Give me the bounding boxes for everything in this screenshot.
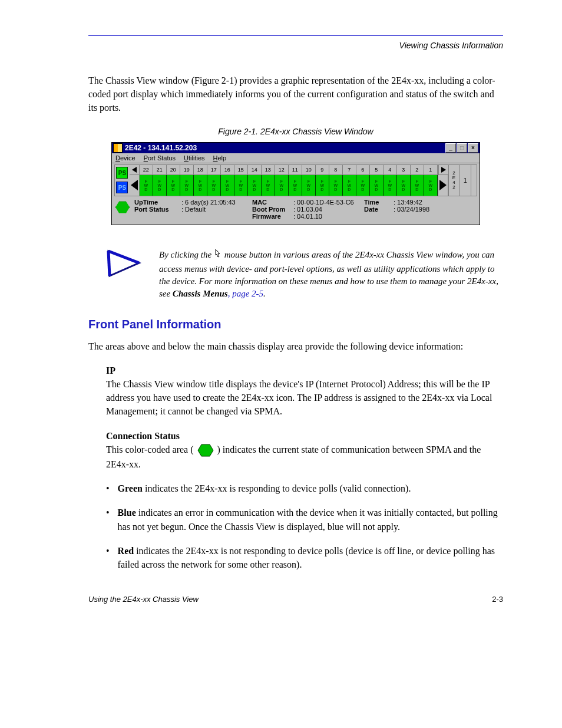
connection-status-hex-icon — [115, 201, 130, 214]
port-cell[interactable]: F W D — [153, 175, 167, 196]
bullet-item: •Green indicates the 2E4x-xx is respondi… — [106, 482, 503, 495]
chassis-view-window: 2E42 - 134.141.52.203 _ □ × Device Port … — [111, 142, 480, 225]
app-icon — [113, 143, 123, 153]
menu-port-status[interactable]: Port Status — [144, 154, 176, 162]
portstatus-label: Port Status — [134, 206, 181, 213]
port-number: 1 — [424, 165, 438, 174]
port-number: 15 — [234, 165, 248, 174]
port-cell[interactable]: F W D — [329, 175, 343, 196]
minimize-button[interactable]: _ — [445, 143, 456, 153]
mac-label: MAC — [252, 199, 293, 206]
port-number: 22 — [140, 165, 153, 174]
port-number: 13 — [262, 165, 275, 174]
client-area: PS PS 2221201918171615141312111098765432… — [112, 163, 480, 225]
bootprom-label: Boot Prom — [252, 206, 293, 213]
ports-area: 22212019181716151413121110987654321 F W … — [130, 165, 448, 196]
note-icon — [106, 249, 141, 278]
bullet-lead: Blue — [118, 508, 136, 518]
port-number: 5 — [370, 165, 384, 174]
section-heading: Front Panel Information — [88, 318, 503, 331]
bullet-lead: Green — [118, 483, 143, 493]
note-text: By clicking the mouse button in various … — [159, 249, 503, 300]
scroll-left-big[interactable] — [130, 175, 140, 196]
port-number: 6 — [356, 165, 370, 174]
note-link[interactable]: Chassis Menus — [173, 289, 228, 298]
port-cell[interactable]: F W D — [316, 175, 329, 196]
bullet-item: •Blue indicates an error in communicatio… — [106, 506, 503, 533]
bullet-lead: Red — [118, 546, 134, 556]
bullet-dot: • — [106, 482, 110, 495]
power-supply-1[interactable]: PS — [116, 167, 128, 179]
ip-label: IP — [106, 365, 115, 375]
svg-marker-1 — [198, 444, 213, 456]
figure-caption: Figure 2-1. 2E4x-xx Chassis View Window — [88, 127, 503, 136]
port-number: 7 — [343, 165, 356, 174]
power-supply-2[interactable]: PS — [116, 182, 128, 193]
menu-device[interactable]: Device — [115, 154, 135, 162]
port-number: 20 — [167, 165, 180, 174]
intro-paragraph: The Chassis View window (Figure 2-1) pro… — [88, 74, 503, 115]
bullet-item: •Red indicates the 2E4x-xx is not respon… — [106, 544, 503, 571]
port-cell[interactable]: F W D — [424, 175, 438, 196]
note-page-ref[interactable]: , page 2-5 — [228, 289, 263, 298]
menubar: Device Port Status Utilities Help — [112, 153, 480, 163]
port-number: 18 — [194, 165, 207, 174]
port-cell[interactable]: F W D — [194, 175, 207, 196]
bullet-body: indicates the 2E4x-xx is responding to d… — [143, 483, 411, 493]
conn-block: Connection Status This color-coded area … — [106, 429, 503, 472]
close-button[interactable]: × — [468, 143, 478, 153]
bootprom-value: : 01.03.04 — [293, 206, 364, 213]
port-number: 3 — [397, 165, 411, 174]
port-cell[interactable]: F W D — [356, 175, 370, 196]
mouse-cursor-icon — [214, 249, 222, 263]
scroll-left-small[interactable] — [130, 165, 140, 174]
port-number: 11 — [289, 165, 302, 174]
time-value: : 13:49:42 — [394, 199, 474, 206]
bullet-body: indicates an error in communication with… — [118, 508, 498, 531]
ip-block: IP The Chassis View window title display… — [106, 364, 503, 419]
port-cell[interactable]: F W D — [343, 175, 356, 196]
port-cell[interactable]: F W D — [384, 175, 397, 196]
uptime-label: UpTime — [134, 199, 181, 206]
firmware-label: Firmware — [252, 213, 293, 220]
port-cell[interactable]: F W D — [234, 175, 248, 196]
port-cell[interactable]: F W D — [221, 175, 234, 196]
port-cell[interactable]: F W D — [207, 175, 221, 196]
port-cell[interactable]: F W D — [140, 175, 153, 196]
time-label: Time — [364, 199, 394, 206]
footer-right: 2-3 — [492, 595, 503, 604]
port-cell[interactable]: F W D — [262, 175, 275, 196]
port-number: 2 — [411, 165, 424, 174]
port-cell[interactable]: F W D — [180, 175, 194, 196]
port-cell[interactable]: F W D — [411, 175, 424, 196]
port-number: 16 — [221, 165, 234, 174]
footer-left: Using the 2E4x-xx Chassis View — [88, 595, 199, 604]
mac-value: : 00-00-1D-4E-53-C6 — [293, 199, 364, 206]
port-cell[interactable]: F W D — [167, 175, 180, 196]
port-number: 4 — [384, 165, 397, 174]
inline-hex-icon — [197, 443, 214, 457]
port-cell[interactable]: F W D — [248, 175, 262, 196]
conn-body-1: This color-coded area ( — [106, 444, 194, 454]
uptime-value: : 6 day(s) 21:05:43 — [181, 199, 252, 206]
port-cell[interactable]: F W D — [370, 175, 384, 196]
port-cell[interactable]: F W D — [397, 175, 411, 196]
firmware-value: : 04.01.10 — [293, 213, 364, 220]
port-number: 21 — [153, 165, 167, 174]
maximize-button[interactable]: □ — [457, 143, 467, 153]
menu-help[interactable]: Help — [213, 154, 227, 162]
port-status-row: F W DF W DF W DF W DF W DF W DF W DF W D… — [130, 175, 448, 196]
ports-panel: PS PS 2221201918171615141312111098765432… — [114, 164, 477, 196]
date-value: : 03/24/1998 — [394, 206, 474, 213]
status-row: UpTime : 6 day(s) 21:05:43 MAC : 00-00-1… — [114, 196, 477, 223]
note-block: By clicking the mouse button in various … — [106, 249, 503, 300]
scroll-right-small[interactable] — [438, 165, 448, 174]
menu-utilities[interactable]: Utilities — [184, 154, 204, 162]
port-cell[interactable]: F W D — [289, 175, 302, 196]
ip-body: The Chassis View window title displays t… — [106, 379, 492, 416]
port-number: 9 — [316, 165, 329, 174]
window-title: 2E42 - 134.141.52.203 — [125, 144, 445, 152]
scroll-right-big[interactable] — [438, 175, 448, 196]
port-cell[interactable]: F W D — [302, 175, 316, 196]
port-cell[interactable]: F W D — [275, 175, 289, 196]
